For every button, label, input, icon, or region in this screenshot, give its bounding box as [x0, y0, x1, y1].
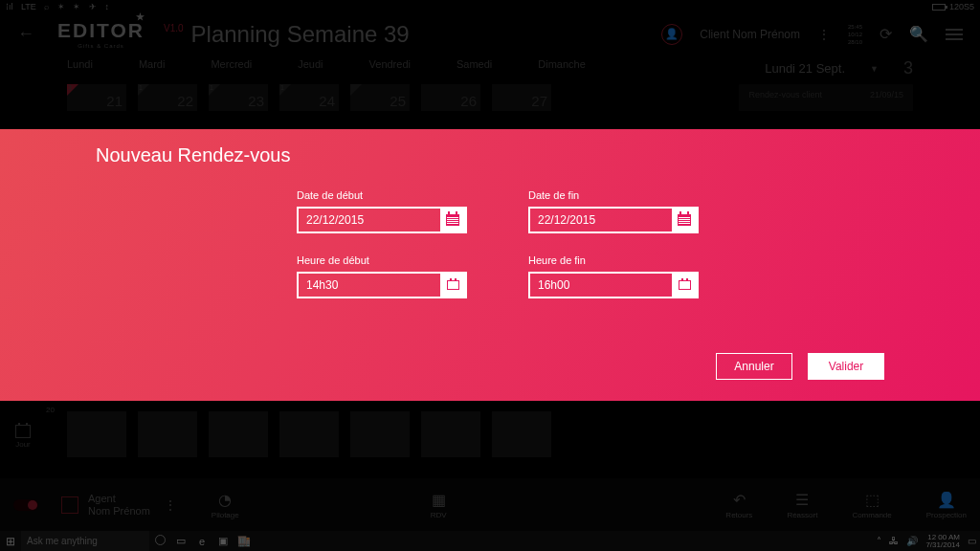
start-time-value: 14h30	[299, 274, 440, 297]
time-icon	[679, 280, 691, 290]
start-date-label: Date de début	[297, 189, 467, 201]
calendar-icon	[678, 214, 691, 226]
confirm-button[interactable]: Valider	[808, 353, 884, 380]
start-time-input[interactable]: 14h30	[297, 272, 467, 298]
cancel-button[interactable]: Annuler	[716, 353, 792, 380]
start-date-value: 22/12/2015	[299, 209, 440, 231]
start-time-picker-button[interactable]	[440, 274, 465, 297]
modal-title: Nouveau Rendez-vous	[96, 144, 884, 166]
start-time-label: Heure de début	[297, 254, 467, 266]
end-time-picker-button[interactable]	[672, 274, 697, 297]
calendar-icon	[446, 214, 459, 226]
start-date-picker-button[interactable]	[440, 209, 465, 231]
end-date-label: Date de fin	[528, 189, 699, 201]
time-icon	[447, 280, 459, 290]
end-date-input[interactable]: 22/12/2015	[528, 207, 699, 233]
end-time-value: 16h00	[530, 274, 672, 297]
start-date-input[interactable]: 22/12/2015	[297, 207, 467, 233]
end-time-label: Heure de fin	[528, 254, 699, 266]
end-time-input[interactable]: 16h00	[528, 272, 699, 298]
new-appointment-modal: Nouveau Rendez-vous Date de début 22/12/…	[0, 129, 980, 401]
end-date-value: 22/12/2015	[530, 209, 672, 231]
end-date-picker-button[interactable]	[672, 209, 697, 231]
